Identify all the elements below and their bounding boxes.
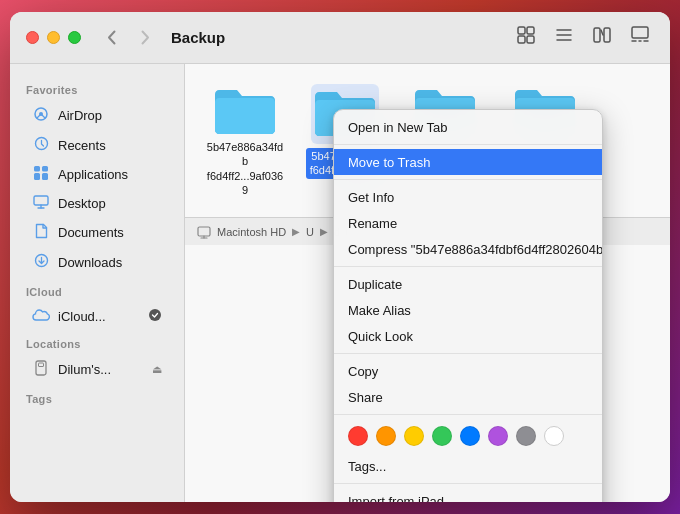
ctx-import-ipad[interactable]: Import from iPad bbox=[334, 488, 602, 502]
documents-icon bbox=[32, 223, 50, 242]
folder-icon-1 bbox=[213, 84, 277, 136]
locations-label: Locations bbox=[10, 330, 184, 354]
ctx-section-copy: Copy Share bbox=[334, 354, 602, 415]
minimize-button[interactable] bbox=[47, 31, 60, 44]
close-button[interactable] bbox=[26, 31, 39, 44]
icloud-label: iCloud bbox=[10, 278, 184, 302]
ctx-section-import: Import from iPad Quick Actions bbox=[334, 484, 602, 502]
file-item-1[interactable]: 5b47e886a34fdbf6d4ff2...9af0369 bbox=[205, 84, 285, 197]
sidebar-item-icloud[interactable]: iCloud... bbox=[16, 303, 178, 329]
color-red[interactable] bbox=[348, 426, 368, 446]
svg-rect-7 bbox=[594, 28, 600, 42]
color-orange[interactable] bbox=[376, 426, 396, 446]
eject-icon[interactable]: ⏏ bbox=[152, 363, 162, 376]
svg-rect-8 bbox=[604, 28, 610, 42]
recents-icon bbox=[32, 136, 50, 154]
ctx-get-info[interactable]: Get Info bbox=[334, 184, 602, 210]
svg-rect-27 bbox=[39, 363, 44, 367]
ctx-share[interactable]: Share bbox=[334, 384, 602, 410]
back-button[interactable] bbox=[97, 24, 125, 52]
sidebar-item-recents-label: Recents bbox=[58, 138, 106, 153]
sidebar-item-documents-label: Documents bbox=[58, 225, 124, 240]
nav-buttons bbox=[97, 24, 159, 52]
sidebar-item-recents[interactable]: Recents bbox=[16, 131, 178, 159]
view-gallery-icon[interactable] bbox=[626, 21, 654, 54]
svg-rect-10 bbox=[632, 27, 648, 38]
sidebar-item-desktop-label: Desktop bbox=[58, 196, 106, 211]
sidebar-item-dilum-label: Dilum's... bbox=[58, 362, 111, 377]
ctx-compress[interactable]: Compress "5b47e886a34fdbf6d4ff2802604b5 bbox=[334, 236, 602, 262]
file-name-1: 5b47e886a34fdbf6d4ff2...9af0369 bbox=[205, 140, 285, 197]
maximize-button[interactable] bbox=[68, 31, 81, 44]
svg-rect-19 bbox=[34, 166, 40, 172]
view-columns-icon[interactable] bbox=[588, 21, 616, 54]
sidebar-item-downloads-label: Downloads bbox=[58, 255, 122, 270]
color-green[interactable] bbox=[432, 426, 452, 446]
sidebar-item-dilum[interactable]: Dilum's... ⏏ bbox=[16, 355, 178, 384]
content-area: Favorites AirDrop bbox=[10, 64, 670, 502]
svg-rect-17 bbox=[34, 173, 40, 180]
desktop-icon bbox=[32, 195, 50, 212]
sidebar-item-airdrop[interactable]: AirDrop bbox=[16, 101, 178, 130]
context-menu: Open in New Tab Move to Trash Get Info R… bbox=[333, 109, 603, 502]
macintosh-hd-icon bbox=[197, 225, 211, 239]
sidebar-item-airdrop-label: AirDrop bbox=[58, 108, 102, 123]
ctx-section-trash: Move to Trash bbox=[334, 145, 602, 180]
icloud-badge bbox=[148, 308, 162, 324]
ctx-section-open: Open in New Tab bbox=[334, 110, 602, 145]
svg-rect-28 bbox=[198, 227, 210, 236]
sidebar-item-icloud-label: iCloud... bbox=[58, 309, 106, 324]
ctx-tags[interactable]: Tags... bbox=[334, 453, 602, 479]
ctx-duplicate[interactable]: Duplicate bbox=[334, 271, 602, 297]
svg-rect-0 bbox=[518, 27, 525, 34]
window-title: Backup bbox=[171, 29, 512, 46]
sidebar-item-downloads[interactable]: Downloads bbox=[16, 248, 178, 277]
statusbar-hd: Macintosh HD bbox=[217, 226, 286, 238]
file-area[interactable]: 5b47e886a34fdbf6d4ff2...9af0369 5b47e886… bbox=[185, 64, 670, 502]
ctx-rename[interactable]: Rename bbox=[334, 210, 602, 236]
svg-rect-18 bbox=[42, 173, 48, 180]
sidebar: Favorites AirDrop bbox=[10, 64, 185, 502]
view-grid-icon[interactable] bbox=[512, 21, 540, 54]
svg-point-25 bbox=[149, 309, 161, 321]
ctx-quick-look[interactable]: Quick Look bbox=[334, 323, 602, 349]
svg-rect-3 bbox=[527, 36, 534, 43]
ctx-section-info: Get Info Rename Compress "5b47e886a34fdb… bbox=[334, 180, 602, 267]
view-list-icon[interactable] bbox=[550, 21, 578, 54]
applications-icon bbox=[32, 165, 50, 184]
tags-label: Tags bbox=[10, 385, 184, 409]
airdrop-icon bbox=[32, 106, 50, 125]
sidebar-item-desktop[interactable]: Desktop bbox=[16, 190, 178, 217]
ctx-section-tags: Tags... bbox=[334, 415, 602, 484]
svg-rect-21 bbox=[34, 196, 48, 205]
color-blue[interactable] bbox=[460, 426, 480, 446]
favorites-label: Favorites bbox=[10, 76, 184, 100]
svg-rect-1 bbox=[527, 27, 534, 34]
sidebar-item-documents[interactable]: Documents bbox=[16, 218, 178, 247]
svg-rect-20 bbox=[42, 166, 48, 172]
downloads-icon bbox=[32, 253, 50, 272]
ctx-make-alias[interactable]: Make Alias bbox=[334, 297, 602, 323]
sidebar-item-applications-label: Applications bbox=[58, 167, 128, 182]
ctx-copy[interactable]: Copy bbox=[334, 358, 602, 384]
ctx-open-new-tab[interactable]: Open in New Tab bbox=[334, 114, 602, 140]
sidebar-item-applications[interactable]: Applications bbox=[16, 160, 178, 189]
color-none[interactable] bbox=[544, 426, 564, 446]
toolbar-icons bbox=[512, 21, 654, 54]
dilum-icon bbox=[32, 360, 50, 379]
statusbar-arrow-2: ▶ bbox=[320, 226, 328, 237]
statusbar-u: U bbox=[306, 226, 314, 238]
color-yellow[interactable] bbox=[404, 426, 424, 446]
finder-window: Backup bbox=[10, 12, 670, 502]
icloud-icon bbox=[32, 309, 50, 324]
statusbar-arrow-1: ▶ bbox=[292, 226, 300, 237]
ctx-section-dupe: Duplicate Make Alias Quick Look bbox=[334, 267, 602, 354]
titlebar: Backup bbox=[10, 12, 670, 64]
svg-rect-2 bbox=[518, 36, 525, 43]
ctx-move-trash[interactable]: Move to Trash bbox=[334, 149, 602, 175]
forward-button[interactable] bbox=[131, 24, 159, 52]
ctx-colors bbox=[334, 419, 602, 453]
color-purple[interactable] bbox=[488, 426, 508, 446]
color-gray[interactable] bbox=[516, 426, 536, 446]
traffic-lights bbox=[26, 31, 81, 44]
